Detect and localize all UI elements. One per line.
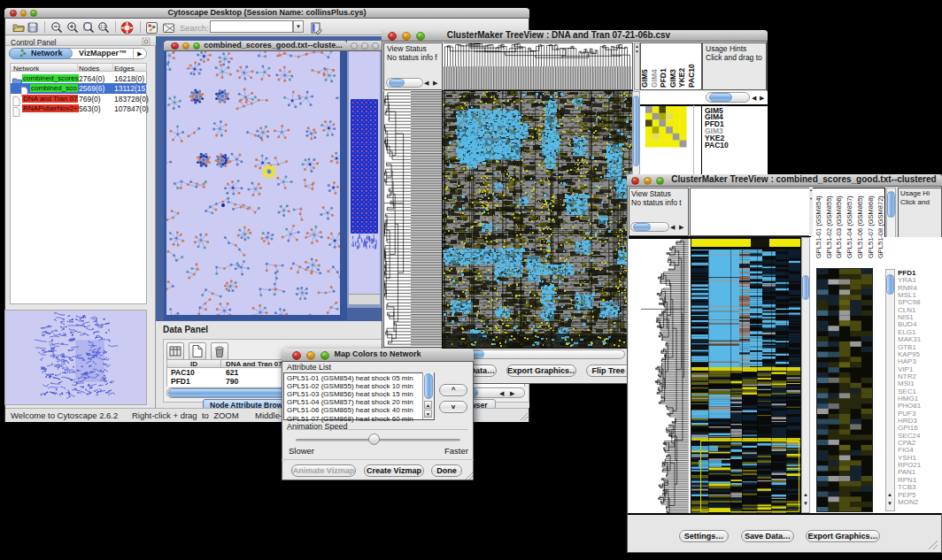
svg-text:1:1: 1:1 (100, 25, 106, 29)
